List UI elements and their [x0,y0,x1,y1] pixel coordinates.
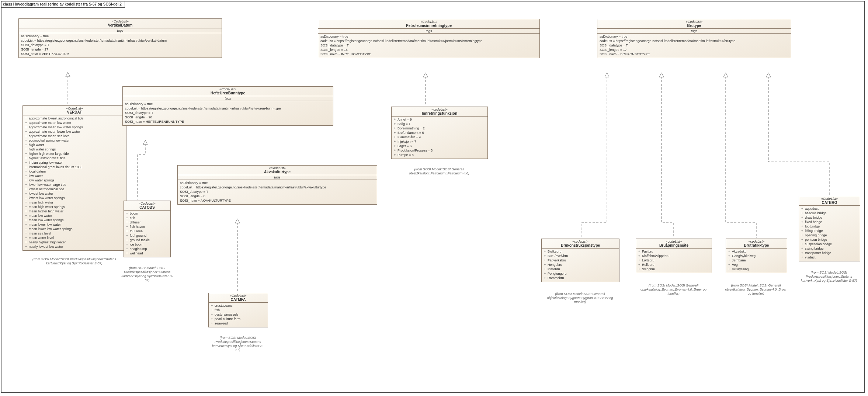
note-bruapning: (from SOSI Model::SOSI Generell objektka… [638,284,709,296]
list-item: +crib [126,216,169,220]
list-item: +mean water level [25,236,125,240]
connectors [1,1,864,392]
svg-marker-7 [766,73,771,77]
list-item: +high water springs [25,147,125,152]
svg-marker-2 [235,219,240,223]
list-item: +Flammetårn = 4 [394,135,486,139]
class-hefteurenbunn: «CodeList»HefteUrenBunntype tags asDicti… [122,86,333,126]
class-brukonstruksjon: «codeList»Brukonstruksjonstype +Bjelkebr… [541,239,619,282]
note-innretning: (from SOSI Model::SOSI Generell objektka… [392,167,486,176]
svg-marker-1 [143,140,147,145]
list-item: +lowest astronomical tide [25,187,125,191]
list-item: +boom [126,211,169,216]
list-item: +swing bridge [801,246,858,251]
class-vertikaldatum: «CodeList»VertikalDatum tags asDictionar… [18,18,222,58]
list-item: +Rammebru [544,276,618,280]
list-item: +approximate lowest astronomical tide [25,116,125,121]
list-item: +mean lower low water [25,222,125,227]
list-item: +Svingbru [638,267,710,271]
list-item: +low water [25,174,125,178]
list-item: +mean high water [25,200,125,205]
list-item: +high water [25,143,125,147]
list-item: +Rullebru [638,263,710,267]
list-item: +mean higher high water [25,209,125,213]
list-item: +viaduct [801,255,858,260]
list-item: +Brofundament = 5 [394,131,486,135]
list-item: +Bue-/hvelvbru [544,254,618,258]
list-item: +Klaffebru/Vippebru [638,254,710,258]
list-item: +Bolig = 1 [394,122,486,126]
list-item: +snag/stump [126,247,169,251]
note-catbrg: (from SOSI Model::SOSI Produktspesifikas… [797,271,861,283]
list-item: +nearly lowest low water [25,244,125,249]
svg-marker-5 [659,73,664,77]
diagram-title: class Hoveddiagram realisering av kodeli… [1,1,125,8]
list-item: +fish haven [126,225,169,229]
list-item: +mean lower low water springs [25,227,125,231]
list-item: +bascule bridge [801,211,858,215]
list-item: +lowest low water [25,191,125,196]
list-item: +mean high water springs [25,205,125,209]
list-item: +Bjelkebru [544,249,618,254]
list-item: +local datum [25,169,125,174]
list-item: +approximate mean low water springs [25,125,125,129]
class-akvakultur: «CodeList»Akvakulturtype tags asDictiona… [177,165,377,205]
list-item: +mean sea level [25,231,125,236]
list-item: +Jernbane [728,258,785,263]
list-item: +oysters/mussels [211,312,266,317]
list-item: +Indian spring low water [25,160,125,165]
list-item: +transporter bridge [801,251,858,255]
list-item: +suspension bridge [801,242,858,246]
list-item: +Platebru [544,267,618,271]
note-verdat: (from SOSI Model::SOSI Produktspesifikas… [29,257,119,265]
list-item: +crustaceans [211,303,266,308]
list-item: +Pumpe = 8 [394,153,486,157]
list-item: +highest astronomical tide [25,156,125,160]
list-item: +approximate mean low water [25,121,125,125]
list-item: +mean low water springs [25,218,125,222]
list-item: +draw bridge [801,215,858,220]
list-item: +Fastbru [638,249,710,254]
svg-marker-0 [66,72,70,77]
list-item: +approximate mean sea level [25,134,125,138]
list-item: +Gang/sykkelveg [728,254,785,258]
svg-marker-3 [423,73,428,77]
class-catmfa: «CodeList»CATMFA +crustaceans+fish+oyste… [208,293,268,327]
svg-marker-4 [605,73,609,77]
list-item: +Løftebru [638,258,710,263]
list-item: +mean low water [25,213,125,218]
list-item: +ice boom [126,242,169,247]
list-item: +Boreinnretning = 2 [394,126,486,131]
class-catbrg: «CodeList»CATBRG +aqueduct+bascule bridg… [799,196,860,261]
list-item: +ground tackle [126,238,169,242]
list-item: +approximate mean lower low water [25,129,125,134]
list-item: +Fagverksbru [544,258,618,263]
list-item: +pontoon bridge [801,237,858,242]
list-item: +wellhead [126,251,169,256]
svg-marker-6 [723,73,728,77]
note-catobs: (from SOSI Model::SOSI Produktspesifikas… [121,266,173,282]
list-item: +lowest low water springs [25,196,125,200]
list-item: +lifting bridge [801,229,858,233]
list-item: +Produksjon/Prosess = 3 [394,148,486,153]
list-item: +Injeksjon = 7 [394,139,486,144]
list-item: +Hengebru [544,263,618,267]
list-item: +foul area [126,229,169,233]
class-innretning: «codeList»Innretningsfunksjon +Annet = 9… [391,107,488,159]
class-catobs: «CodeList»CATOBS +boom+crib+diffuser+fis… [124,201,171,257]
list-item: +Veg [728,263,785,267]
list-item: +higher high water large tide [25,152,125,156]
class-verdat: «CodeList»VERDAT +approximate lowest ast… [22,105,126,251]
class-bruapning: «codeList»Bruåpningsmåte +Fastbru+Klaffe… [636,239,712,273]
note-catmfa: (from SOSI Model::SOSI Produktspesifikas… [210,336,266,352]
class-petroleum: «CodeList»Petroleumsinnretningtype tags … [318,19,540,58]
list-item: +opening bridge [801,233,858,237]
list-item: +low water springs [25,178,125,183]
note-brutrafikk: (from SOSI Model::SOSI Generell objektka… [724,284,788,296]
note-brukonstruksjon: (from SOSI Model::SOSI Generell objektka… [544,292,617,304]
list-item: +international great lakes datum 1985 [25,165,125,169]
list-item: +fish [211,308,266,312]
list-item: +Pongtongbru [544,271,618,276]
class-brutype: «CodeList»Brutype tags asDictionary = tr… [597,19,791,58]
list-item: +Lager = 6 [394,144,486,148]
